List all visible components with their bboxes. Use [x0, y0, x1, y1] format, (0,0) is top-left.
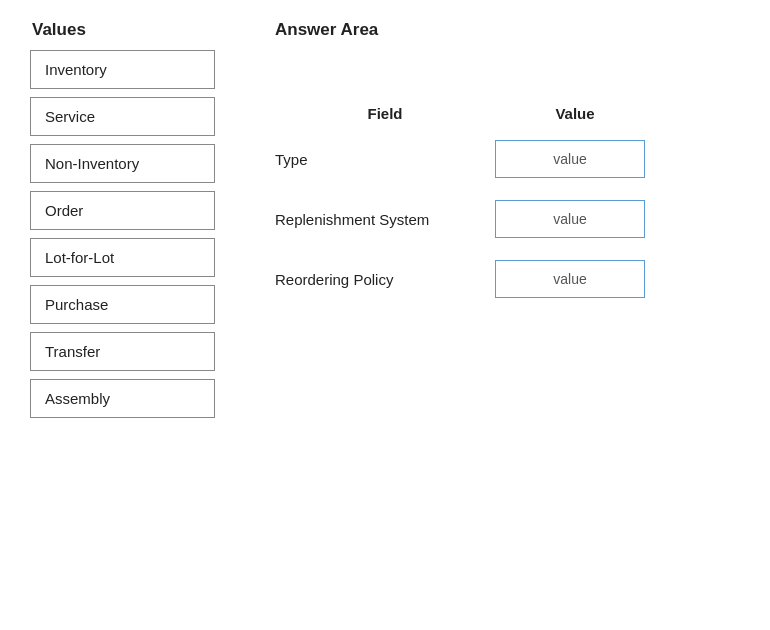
col-value-header: Value [495, 105, 655, 122]
field-label-replenishment-system: Replenishment System [275, 211, 495, 228]
answer-column: Answer Area Field Value TypevalueRepleni… [245, 20, 740, 610]
field-label-type: Type [275, 151, 495, 168]
value-item-service[interactable]: Service [30, 97, 215, 136]
answer-area-header: Answer Area [275, 20, 740, 40]
answer-table-header-row: Field Value [275, 105, 740, 122]
main-container: Values InventoryServiceNon-InventoryOrde… [0, 0, 770, 630]
value-item-non-inventory[interactable]: Non-Inventory [30, 144, 215, 183]
value-box-type[interactable]: value [495, 140, 645, 178]
value-item-inventory[interactable]: Inventory [30, 50, 215, 89]
value-item-order[interactable]: Order [30, 191, 215, 230]
value-item-transfer[interactable]: Transfer [30, 332, 215, 371]
value-item-lot-for-lot[interactable]: Lot-for-Lot [30, 238, 215, 277]
field-label-reordering-policy: Reordering Policy [275, 271, 495, 288]
answer-table: Field Value TypevalueReplenishment Syste… [275, 105, 740, 320]
values-list: InventoryServiceNon-InventoryOrderLot-fo… [30, 50, 245, 426]
answer-row-replenishment-system: Replenishment Systemvalue [275, 200, 740, 238]
value-box-replenishment-system[interactable]: value [495, 200, 645, 238]
value-box-reordering-policy[interactable]: value [495, 260, 645, 298]
value-item-purchase[interactable]: Purchase [30, 285, 215, 324]
value-item-assembly[interactable]: Assembly [30, 379, 215, 418]
values-header: Values [30, 20, 245, 40]
answer-row-type: Typevalue [275, 140, 740, 178]
col-field-header: Field [275, 105, 495, 122]
answer-row-reordering-policy: Reordering Policyvalue [275, 260, 740, 298]
values-column: Values InventoryServiceNon-InventoryOrde… [30, 20, 245, 610]
answer-rows-container: TypevalueReplenishment SystemvalueReorde… [275, 140, 740, 320]
